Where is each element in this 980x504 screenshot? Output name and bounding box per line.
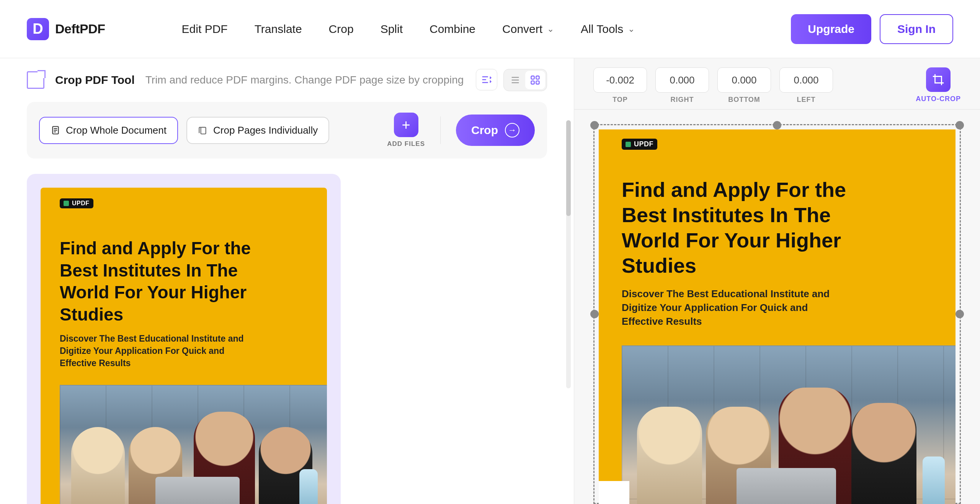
crop-icon [932,73,945,86]
page-preview: UPDF Find and Apply For the Best Institu… [599,129,956,504]
nav-alltools-label: All Tools [581,23,623,36]
doc-preview-content: UPDF Find and Apply For the Best Institu… [41,188,327,504]
arrow-right-icon: → [505,123,519,137]
svg-rect-5 [531,81,534,84]
crop-button-label: Crop [471,124,498,137]
crop-options-bar: Crop Whole Document Crop Pages Individua… [27,102,547,159]
page-thumbnail: UPDF Find and Apply For the Best Institu… [41,188,327,504]
nav-crop[interactable]: Crop [329,23,354,36]
sort-button[interactable] [476,69,497,90]
document-icon [51,125,60,135]
logo[interactable]: D DeftPDF [27,18,105,40]
updf-badge-large: UPDF [622,139,657,150]
nav-translate[interactable]: Translate [255,23,302,36]
doc-heading: Find and Apply For the Best Institutes I… [60,237,274,326]
crop-margins-bar: TOP RIGHT BOTTOM LEFT AUTO-CROP [574,58,980,110]
margin-top-label: TOP [612,96,628,104]
left-panel: Crop PDF Tool Trim and reduce PDF margin… [0,58,574,504]
updf-badge: UPDF [60,198,93,208]
crop-handle-tl[interactable] [590,121,599,129]
tool-header: Crop PDF Tool Trim and reduce PDF margin… [0,58,574,102]
app-header: D DeftPDF Edit PDF Translate Crop Split … [0,0,980,58]
crop-handle-ml[interactable] [590,310,599,318]
nav-all-tools[interactable]: All Tools ⌄ [581,23,635,36]
chevron-down-icon: ⌄ [628,24,635,34]
crop-pages-individually-chip[interactable]: Crop Pages Individually [186,117,329,144]
chevron-down-icon: ⌄ [547,24,554,34]
autocrop-button[interactable] [926,67,951,92]
page-white-margin [599,481,629,504]
margin-right-label: RIGHT [671,96,694,104]
margin-bottom-input[interactable] [717,67,771,93]
pages-icon [198,125,208,135]
signin-button[interactable]: Sign In [880,14,953,44]
svg-rect-3 [531,76,534,79]
margin-top-col: TOP [593,67,647,104]
add-files-wrap: + ADD FILES [387,113,425,148]
nav-convert-label: Convert [502,23,542,36]
autocrop-wrap: AUTO-CROP [916,67,961,103]
svg-rect-4 [536,76,539,79]
crop-stage: UPDF Find and Apply For the Best Institu… [593,124,961,504]
view-mode-toggle [503,69,547,91]
crop-pages-label: Crop Pages Individually [213,124,318,136]
logo-mark-icon: D [27,18,49,40]
crop-handle-mr[interactable] [956,310,964,318]
logo-text: DeftPDF [55,21,105,36]
nav-split[interactable]: Split [381,23,403,36]
margin-bottom-label: BOTTOM [728,96,760,104]
crop-handle-tr[interactable] [956,121,964,129]
margin-left-input[interactable] [779,67,833,93]
view-toggles [476,69,547,91]
margin-right-input[interactable] [655,67,709,93]
crop-whole-label: Crop Whole Document [66,124,167,136]
svg-rect-11 [201,127,206,134]
main-nav: Edit PDF Translate Crop Split Combine Co… [182,23,635,36]
crop-whole-document-chip[interactable]: Crop Whole Document [39,117,178,144]
plus-icon: + [402,117,410,133]
page-thumbnail-card[interactable]: UPDF Find and Apply For the Best Institu… [27,174,341,504]
margin-right-col: RIGHT [655,67,709,104]
divider [440,116,441,144]
autocrop-label: AUTO-CROP [916,95,961,103]
margin-left-col: LEFT [779,67,833,104]
add-files-button[interactable]: + [394,113,418,137]
nav-edit-pdf[interactable]: Edit PDF [182,23,228,36]
crop-handle-tm[interactable] [773,121,781,129]
add-files-label: ADD FILES [387,140,425,148]
left-scrollbar[interactable] [566,120,571,388]
upgrade-button[interactable]: Upgrade [791,14,871,44]
tool-title: Crop PDF Tool [55,74,135,87]
margin-top-input[interactable] [593,67,647,93]
tool-subtitle: Trim and reduce PDF margins. Change PDF … [145,74,464,86]
doc-photo-large [622,345,956,504]
doc-sub-large: Discover The Best Educational Institute … [622,287,851,329]
margin-bottom-col: BOTTOM [717,67,771,104]
right-panel: TOP RIGHT BOTTOM LEFT AUTO-CROP [574,58,980,504]
crop-button[interactable]: Crop → [456,115,535,146]
list-view-button[interactable] [505,71,525,89]
doc-preview-content-large: UPDF Find and Apply For the Best Institu… [599,129,956,504]
nav-combine[interactable]: Combine [430,23,475,36]
nav-convert[interactable]: Convert ⌄ [502,23,554,36]
doc-heading-large: Find and Apply For the Best Institutes I… [622,177,867,278]
doc-sub: Discover The Best Educational Institute … [60,332,259,370]
scroll-thumb[interactable] [566,120,571,216]
doc-brand-large: UPDF [634,140,653,148]
grid-view-button[interactable] [525,71,545,89]
doc-photo [60,385,327,504]
header-actions: Upgrade Sign In [791,14,953,44]
margin-left-label: LEFT [797,96,816,104]
svg-rect-6 [536,81,539,84]
doc-brand: UPDF [72,200,90,207]
crop-tool-icon [27,71,44,89]
